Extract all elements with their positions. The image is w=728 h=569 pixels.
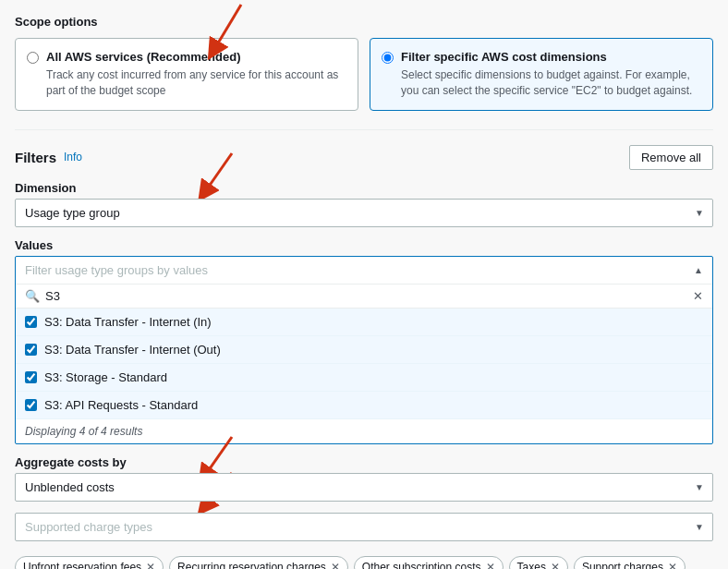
- aggregate-select[interactable]: Unblended costs: [15, 473, 713, 502]
- values-item-label-4: S3: API Requests - Standard: [44, 398, 198, 412]
- aggregate-field: Aggregate costs by Unblended costs ▼: [15, 455, 713, 502]
- values-item-4[interactable]: S3: API Requests - Standard: [16, 392, 712, 419]
- values-search-input[interactable]: [45, 289, 687, 303]
- tag-label-1: Upfront reservation fees: [23, 561, 141, 569]
- tag-5: Support charges ✕: [574, 556, 686, 569]
- tag-label-3: Other subscription costs: [362, 561, 481, 569]
- filters-title: Filters: [15, 150, 56, 165]
- values-dropdown: Filter usage type groups by values ▲ 🔍 ✕…: [15, 256, 713, 444]
- values-checkbox-1[interactable]: [25, 316, 37, 328]
- values-item-3[interactable]: S3: Storage - Standard: [16, 364, 712, 392]
- values-item-2[interactable]: S3: Data Transfer - Internet (Out): [16, 336, 712, 364]
- values-checkbox-2[interactable]: [25, 344, 37, 356]
- tag-2: Recurring reservation charges ✕: [169, 556, 348, 569]
- values-item-label-2: S3: Data Transfer - Internet (Out): [44, 343, 221, 357]
- tags-container: Upfront reservation fees ✕ Recurring res…: [15, 551, 713, 569]
- scope-title: Scope options: [15, 15, 713, 29]
- tag-close-2[interactable]: ✕: [331, 562, 340, 569]
- scope-radio-all[interactable]: [27, 52, 39, 64]
- tag-label-4: Taxes: [517, 561, 546, 569]
- charge-types-field: Supported charge types ▼: [15, 513, 713, 541]
- tag-close-1[interactable]: ✕: [146, 562, 155, 569]
- scope-option2-desc: Select specific dimensions to budget aga…: [401, 67, 701, 99]
- dimension-select[interactable]: Usage type group: [15, 199, 713, 227]
- values-checkbox-3[interactable]: [25, 371, 37, 383]
- values-item-label-3: S3: Storage - Standard: [44, 370, 167, 384]
- values-search-box: 🔍 ✕: [16, 284, 712, 309]
- scope-option1-desc: Track any cost incurred from any service…: [46, 67, 346, 99]
- values-label: Values: [15, 238, 713, 252]
- scope-option-filter[interactable]: Filter specific AWS cost dimensions Sele…: [370, 38, 713, 111]
- values-header: Filter usage type groups by values ▲: [16, 257, 712, 284]
- tag-close-5[interactable]: ✕: [668, 562, 677, 569]
- search-clear-icon[interactable]: ✕: [693, 289, 703, 303]
- tag-close-3[interactable]: ✕: [486, 562, 495, 569]
- tag-close-4[interactable]: ✕: [551, 562, 560, 569]
- values-item-label-1: S3: Data Transfer - Internet (In): [44, 315, 212, 329]
- values-field: Values Filter usage type groups by value…: [15, 238, 713, 444]
- remove-all-button[interactable]: Remove all: [629, 145, 713, 170]
- filters-info-link[interactable]: Info: [64, 151, 82, 163]
- tag-label-2: Recurring reservation charges: [177, 561, 326, 569]
- values-checkbox-4[interactable]: [25, 399, 37, 411]
- scope-option-all[interactable]: All AWS services (Recommended) Track any…: [15, 38, 358, 111]
- tag-1: Upfront reservation fees ✕: [15, 556, 164, 569]
- dimension-field: Dimension Usage type group ▼: [15, 181, 713, 227]
- results-count: Displaying 4 of 4 results: [16, 419, 712, 443]
- scope-option2-title: Filter specific AWS cost dimensions: [401, 50, 701, 64]
- dimension-label: Dimension: [15, 181, 713, 195]
- values-collapse-arrow[interactable]: ▲: [694, 265, 703, 275]
- scope-radio-filter[interactable]: [382, 52, 394, 64]
- aggregate-label: Aggregate costs by: [15, 455, 713, 469]
- tag-4: Taxes ✕: [509, 556, 568, 569]
- filters-header: Filters Info Remove all: [15, 129, 713, 170]
- search-icon: 🔍: [25, 289, 40, 303]
- tag-3: Other subscription costs ✕: [354, 556, 504, 569]
- values-item-1[interactable]: S3: Data Transfer - Internet (In): [16, 309, 712, 336]
- values-placeholder: Filter usage type groups by values: [25, 263, 208, 277]
- scope-option1-title: All AWS services (Recommended): [46, 50, 346, 64]
- tag-label-5: Support charges: [582, 561, 663, 569]
- charge-types-select[interactable]: Supported charge types: [15, 513, 713, 541]
